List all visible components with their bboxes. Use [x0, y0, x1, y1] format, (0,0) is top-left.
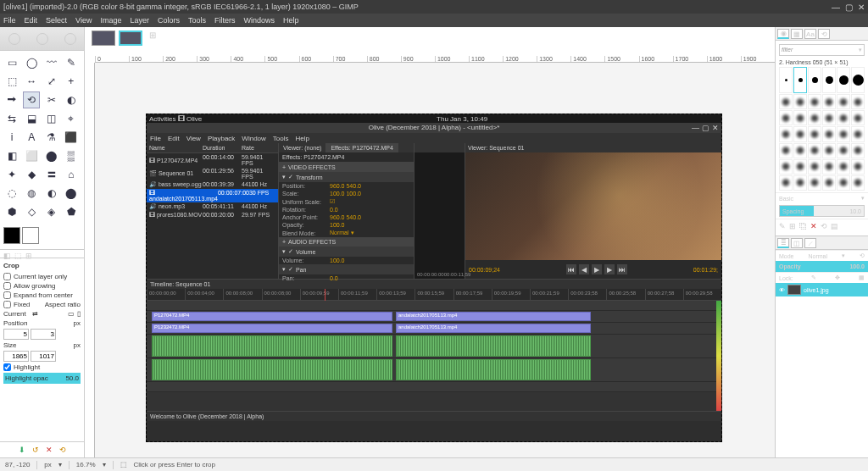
brush-item[interactable]	[837, 94, 850, 109]
brush-item[interactable]	[851, 175, 865, 191]
fg-color-swatch[interactable]	[3, 227, 20, 244]
orient-icon[interactable]: ▯	[77, 310, 81, 318]
highlight-checkbox[interactable]	[3, 363, 11, 371]
tool-button[interactable]: ◌	[3, 185, 20, 202]
tool-button[interactable]: ⬚	[3, 73, 20, 90]
revert-icon[interactable]: ↺	[32, 446, 39, 454]
tab-icon[interactable]: ⬚	[14, 252, 22, 256]
tool-button[interactable]: ⬜	[23, 147, 40, 164]
brush-item[interactable]	[851, 126, 865, 141]
menu-item[interactable]: Image	[100, 16, 121, 25]
brush-item[interactable]	[808, 175, 821, 191]
brush-item[interactable]	[837, 126, 850, 141]
pos-x-input[interactable]	[3, 329, 29, 340]
close-icon[interactable]: ✕	[858, 3, 865, 12]
chevron-down-icon[interactable]: ▾	[58, 461, 62, 468]
chevron-down-icon[interactable]: ▾	[842, 252, 845, 259]
brushes-tab-icon[interactable]: ◉	[777, 29, 789, 39]
history-tab-icon[interactable]: ⟲	[818, 29, 830, 39]
brush-item[interactable]	[837, 175, 850, 191]
tool-button[interactable]: ⬛	[63, 129, 80, 146]
menu-item[interactable]: File	[3, 16, 16, 25]
tool-button[interactable]: ✦	[3, 166, 20, 183]
brush-item[interactable]	[837, 159, 850, 175]
brush-item[interactable]	[822, 67, 836, 93]
brush-item[interactable]	[793, 94, 807, 109]
tool-button[interactable]: ◇	[23, 203, 40, 220]
tool-button[interactable]: ◫	[43, 110, 60, 127]
brush-item[interactable]	[793, 175, 807, 191]
menu-item[interactable]: Colors	[158, 16, 180, 25]
brush-item[interactable]	[808, 126, 821, 141]
brush-item[interactable]	[779, 175, 793, 191]
brush-dropdown[interactable]: filter▾	[779, 44, 865, 56]
menu-item[interactable]: Windows	[243, 16, 275, 25]
reset-icon[interactable]: ⟲	[860, 252, 865, 259]
chevron-down-icon[interactable]: ▾	[103, 461, 106, 468]
tool-button[interactable]: ◧	[3, 147, 20, 164]
spacing-slider[interactable]: Spacing 10.0	[779, 205, 865, 217]
delete-icon[interactable]: ✕	[46, 446, 53, 454]
brush-item[interactable]	[808, 143, 821, 158]
allow-growing-checkbox[interactable]	[3, 282, 11, 290]
tool-button[interactable]: ⬢	[3, 203, 20, 220]
tool-button[interactable]: ⌖	[63, 110, 80, 127]
channels-tab-icon[interactable]: ◫	[791, 238, 803, 248]
tool-button[interactable]: ⚗	[43, 129, 60, 146]
tool-button[interactable]: ⤢	[43, 73, 60, 90]
zoom-level[interactable]: 16.7%	[76, 461, 96, 468]
expand-center-checkbox[interactable]	[3, 291, 11, 299]
tool-button[interactable]: ▒	[63, 147, 80, 164]
new-brush-icon[interactable]: ⊞	[789, 222, 796, 230]
tool-button[interactable]: ◯	[23, 54, 40, 71]
menu-item[interactable]: Filters	[214, 16, 236, 25]
tool-button[interactable]: ◈	[43, 203, 60, 220]
tool-button[interactable]: ⟲	[23, 91, 40, 108]
lock-pos-icon[interactable]: ✥	[835, 274, 840, 281]
brush-item[interactable]	[822, 94, 836, 109]
brush-item[interactable]	[779, 143, 793, 158]
layer-row[interactable]: 👁 olive1.jpg	[776, 283, 868, 296]
tool-button[interactable]: 〰	[43, 54, 60, 71]
bg-color-swatch[interactable]	[22, 227, 39, 244]
lock-pixels-icon[interactable]: ✎	[811, 274, 816, 281]
edit-brush-icon[interactable]: ✎	[779, 222, 786, 230]
brush-item[interactable]	[808, 67, 821, 93]
fixed-checkbox[interactable]	[3, 301, 11, 308]
brush-item[interactable]	[837, 110, 850, 125]
menu-item[interactable]: Help	[283, 16, 299, 25]
eye-icon[interactable]: 👁	[779, 287, 785, 293]
del-brush-icon[interactable]: ✕	[810, 222, 817, 230]
brush-item[interactable]	[779, 159, 793, 175]
refresh-icon[interactable]: ⟲	[821, 222, 827, 230]
swap-icon[interactable]: ⇄	[32, 310, 38, 318]
brush-item[interactable]	[822, 143, 836, 158]
brush-item[interactable]	[779, 94, 793, 109]
menu-item[interactable]: Edit	[25, 16, 38, 25]
paths-tab-icon[interactable]: ⟋	[804, 238, 816, 248]
reset-icon[interactable]: ⟲	[59, 446, 66, 454]
brush-item[interactable]	[822, 175, 836, 191]
brush-item[interactable]	[808, 110, 821, 125]
brush-item[interactable]	[851, 159, 865, 175]
tool-button[interactable]: ◍	[23, 185, 40, 202]
menu-item[interactable]: Tools	[188, 16, 206, 25]
orient-icon[interactable]: ▭	[68, 310, 75, 318]
brush-item[interactable]	[779, 67, 793, 93]
size-h-input[interactable]	[31, 351, 56, 362]
current-layer-checkbox[interactable]	[3, 273, 11, 280]
tool-button[interactable]: ⬓	[23, 110, 40, 127]
brush-item[interactable]	[822, 159, 836, 175]
tool-button[interactable]: ◆	[23, 166, 40, 183]
brush-item[interactable]	[793, 159, 807, 175]
chevron-down-icon[interactable]: ▾	[861, 195, 865, 202]
brush-item[interactable]	[851, 143, 865, 158]
pos-y-input[interactable]	[31, 329, 56, 340]
size-w-input[interactable]	[3, 351, 29, 362]
patterns-tab-icon[interactable]: ▦	[791, 29, 803, 39]
tab-icon[interactable]: ◧	[3, 252, 11, 256]
maximize-icon[interactable]: ▢	[845, 3, 853, 12]
brush-item[interactable]	[808, 159, 821, 175]
tool-button[interactable]: ⬤	[43, 147, 60, 164]
dup-brush-icon[interactable]: ⿻	[799, 222, 807, 230]
